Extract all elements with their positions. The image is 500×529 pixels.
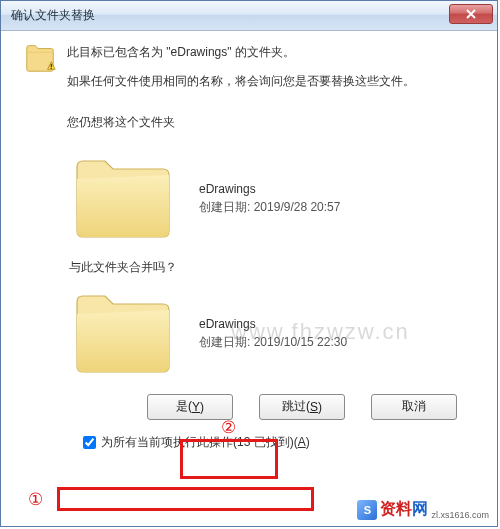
cancel-button[interactable]: 取消: [371, 394, 457, 420]
merge-prompt: 与此文件夹合并吗？: [69, 259, 475, 276]
apply-all-checkbox[interactable]: [83, 436, 96, 449]
yes-button[interactable]: 是(Y): [147, 394, 233, 420]
brand-logo-icon: S: [357, 500, 377, 520]
watermark-brand: S 资料 网 zl.xs1616.com: [355, 498, 491, 521]
titlebar[interactable]: 确认文件夹替换: [1, 1, 497, 31]
dest-folder-name: eDrawings: [199, 317, 347, 331]
apply-all-checkbox-row[interactable]: 为所有当前项执行此操作(13 已找到)(A): [79, 432, 314, 453]
dest-folder-item[interactable]: eDrawings 创建日期: 2019/10/15 22:30: [69, 288, 475, 380]
skip-button[interactable]: 跳过(S): [259, 394, 345, 420]
source-folder-name: eDrawings: [199, 182, 340, 196]
message-line-2: 如果任何文件使用相同的名称，将会询问您是否要替换这些文件。: [67, 72, 415, 91]
folder-icon: [69, 155, 177, 243]
folder-icon: [69, 290, 177, 378]
dialog-content: 此目标已包含名为 "eDrawings" 的文件夹。 如果任何文件使用相同的名称…: [1, 31, 497, 461]
apply-all-label: 为所有当前项执行此操作(13 已找到)(A): [101, 434, 310, 451]
annotation-box-checkbox: [57, 487, 314, 511]
confirm-folder-replace-dialog: 确认文件夹替换 此目标已包含名为 "eDrawings" 的文件夹。: [0, 0, 498, 527]
message-line-1: 此目标已包含名为 "eDrawings" 的文件夹。: [67, 43, 415, 62]
source-folder-item[interactable]: eDrawings 创建日期: 2019/9/28 20:57: [69, 153, 475, 245]
button-row: 是(Y) 跳过(S) 取消: [23, 394, 457, 420]
svg-rect-2: [51, 68, 52, 69]
folder-warning-icon: [23, 41, 57, 75]
svg-rect-1: [51, 64, 52, 67]
annotation-num-1: ①: [28, 489, 43, 510]
source-folder-date: 创建日期: 2019/9/28 20:57: [199, 199, 340, 216]
dest-folder-date: 创建日期: 2019/10/15 22:30: [199, 334, 347, 351]
titlebar-text: 确认文件夹替换: [7, 7, 95, 24]
close-icon: [465, 9, 477, 19]
close-button[interactable]: [449, 4, 493, 24]
message-line-3: 您仍想将这个文件夹: [67, 113, 415, 132]
